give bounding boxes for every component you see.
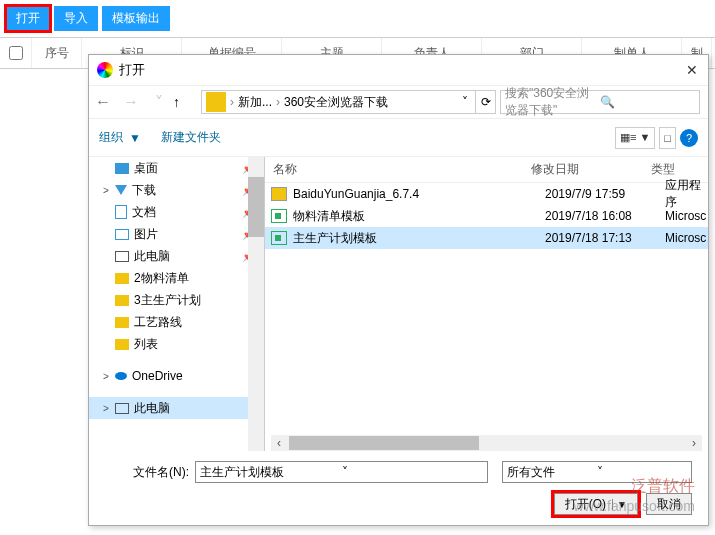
nav-back-icon[interactable]: ← [89,93,117,111]
tree-node[interactable]: 列表 [89,333,264,355]
organize-menu[interactable]: 组织 [99,129,123,146]
col-seq[interactable]: 序号 [32,38,82,68]
crumb-1[interactable]: 新加... [234,94,276,111]
scroll-thumb[interactable] [289,436,479,450]
filename-label: 文件名(N): [105,464,189,481]
tree-node[interactable]: 桌面📌 [89,157,264,179]
file-row[interactable]: 主生产计划模板2019/7/18 17:13Microsc [265,227,708,249]
search-placeholder: 搜索"360安全浏览器下载" [505,85,600,119]
tree-node[interactable]: 2物料清单 [89,267,264,289]
crumb-2[interactable]: 360安全浏览器下载 [280,94,392,111]
organize-dropdown-icon[interactable]: ▼ [129,131,141,145]
app-icon [97,62,113,78]
filename-dropdown-icon[interactable]: ˅ [342,465,484,479]
col-header-name[interactable]: 名称 [265,161,523,178]
folder-icon [206,92,226,112]
close-icon[interactable]: ✕ [684,62,700,78]
search-icon[interactable]: 🔍 [600,95,695,109]
nav-tree: 桌面📌>下载📌文档📌图片📌此电脑📌2物料清单3主生产计划工艺路线列表>OneDr… [89,157,265,451]
tree-node[interactable]: 此电脑📌 [89,245,264,267]
open-file-button[interactable]: 打开(O)▼ [554,493,638,515]
cancel-button[interactable]: 取消 [646,493,692,515]
export-button[interactable]: 模板输出 [102,6,170,31]
tree-node[interactable]: 文档📌 [89,201,264,223]
preview-pane-button[interactable]: □ [659,127,676,149]
file-icon [271,209,287,223]
nav-recent-icon[interactable]: ˅ [145,93,173,112]
file-list: 名称 修改日期 类型 BaiduYunGuanjia_6.7.42019/7/9… [265,157,708,451]
address-bar[interactable]: › 新加... › 360安全浏览器下载 ˅ ⟳ [201,90,496,114]
col-header-type[interactable]: 类型 [643,161,708,178]
open-split-icon[interactable]: ▼ [612,499,627,510]
main-toolbar: 打开 导入 模板输出 [0,0,715,37]
view-mode-button[interactable]: ▦≡ ▼ [615,127,655,149]
import-button[interactable]: 导入 [54,6,98,31]
tree-node[interactable]: 3主生产计划 [89,289,264,311]
new-folder-button[interactable]: 新建文件夹 [161,129,221,146]
select-all-checkbox[interactable] [9,46,23,60]
crumb-dropdown-icon[interactable]: ˅ [455,95,475,109]
vertical-scrollbar[interactable] [248,157,264,451]
search-input[interactable]: 搜索"360安全浏览器下载" 🔍 [500,90,700,114]
tree-node[interactable]: >此电脑 [89,397,264,419]
open-button[interactable]: 打开 [6,6,50,31]
file-open-dialog: 打开 ✕ ← → ˅ ↑ › 新加... › 360安全浏览器下载 ˅ ⟳ 搜索… [88,54,709,526]
tree-node[interactable]: 图片📌 [89,223,264,245]
filetype-select[interactable]: 所有文件 ˅ [502,461,692,483]
help-icon[interactable]: ? [680,129,698,147]
tree-node[interactable]: >下载📌 [89,179,264,201]
filetype-dropdown-icon[interactable]: ˅ [597,465,687,479]
scroll-left-icon[interactable]: ‹ [271,436,287,450]
file-row[interactable]: 物料清单模板2019/7/18 16:08Microsc [265,205,708,227]
tree-node[interactable]: 工艺路线 [89,311,264,333]
file-row[interactable]: BaiduYunGuanjia_6.7.42019/7/9 17:59应用程序 [265,183,708,205]
tree-node[interactable]: >OneDrive [89,365,264,387]
nav-fwd-icon: → [117,93,145,111]
col-header-date[interactable]: 修改日期 [523,161,643,178]
file-icon [271,231,287,245]
scroll-right-icon[interactable]: › [686,436,702,450]
filename-input[interactable]: 主生产计划模板 ˅ [195,461,488,483]
nav-up-icon[interactable]: ↑ [173,94,197,110]
file-icon [271,187,287,201]
horizontal-scrollbar[interactable]: ‹ › [271,435,702,451]
dialog-title: 打开 [119,61,684,79]
refresh-icon[interactable]: ⟳ [475,91,495,113]
